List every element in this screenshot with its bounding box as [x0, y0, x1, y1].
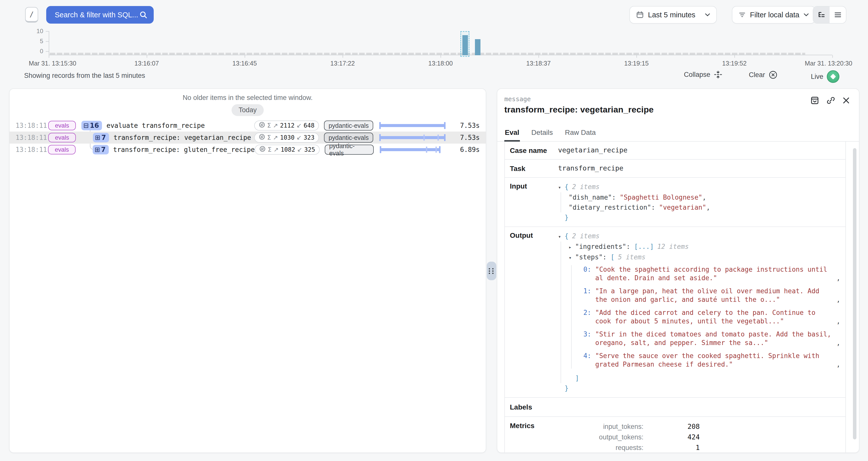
span-name: transform_recipe: gluten_free_recipe [113, 146, 255, 153]
x-tick-label: Mar 31. 13:20:30 [805, 60, 852, 67]
collapse-toggle-icon[interactable]: ▾ [558, 232, 565, 242]
json-token: [ [611, 253, 615, 261]
project-tag[interactable]: pydantic-evals [324, 121, 373, 130]
list-view-button[interactable] [830, 6, 846, 23]
showing-records-text: Showing records from the last 5 minutes [24, 72, 145, 80]
input-tokens-arrow-icon: ↗ [273, 122, 278, 129]
x-tick-label: 13:18:00 [428, 60, 453, 67]
metric-value: 424 [644, 432, 700, 442]
duration-bar-cap [379, 134, 381, 141]
trace-row[interactable]: 13:18:11evals⊞7transform_recipe: gluten_… [9, 144, 486, 156]
y-tick-mark [46, 41, 49, 42]
live-toggle[interactable]: Live [811, 70, 839, 83]
step-string: "Serve the sauce over the cooked spaghet… [595, 351, 832, 369]
metric-value: 1 [644, 442, 700, 453]
token-coin-icon [259, 122, 265, 129]
span-count-pill[interactable]: ⊞7 [93, 145, 109, 154]
x-tick-label: 13:17:22 [330, 60, 354, 67]
time-range-button[interactable]: Last 5 minutes [629, 6, 717, 24]
x-tick-label: Mar 31. 13:15:30 [29, 60, 76, 67]
filter-local-data-button[interactable]: Filter local data [732, 6, 815, 24]
output-tokens-arrow-icon: ↙ [297, 134, 302, 141]
json-line: ] [569, 373, 840, 383]
tab-details[interactable]: Details [531, 126, 554, 141]
project-tag[interactable]: pydantic-evals [325, 145, 374, 155]
x-tick-mark [637, 55, 637, 58]
today-chip[interactable]: Today [231, 104, 264, 116]
clear-circle-x-icon [769, 70, 778, 79]
detail-title: transform_recipe: vegetarian_recipe [504, 105, 850, 115]
timeline-histogram: 1050 Mar 31. 13:15:3013:16:0713:16:4513:… [0, 29, 868, 68]
evals-badge[interactable]: evals [48, 121, 76, 130]
task-label: Task [510, 164, 558, 173]
array-index: 0: [579, 265, 591, 282]
duration-bar [380, 146, 446, 154]
json-steps: 0:"Cook the spaghetti according to packa… [571, 265, 840, 369]
tab-eval[interactable]: Eval [504, 126, 520, 141]
chevron-down-icon [705, 13, 710, 17]
output-tokens-count: 648 [304, 122, 314, 129]
tree-view-button[interactable] [813, 6, 830, 23]
step-string: "Stir in the diced tomatoes and tomato p… [595, 330, 832, 347]
input-tokens-arrow-icon: ↗ [273, 134, 278, 141]
json-token: 2 items [572, 232, 600, 240]
tab-raw-data[interactable]: Raw Data [564, 126, 596, 141]
evals-badge[interactable]: evals [48, 145, 75, 154]
duration-bar-cap [379, 122, 381, 129]
json-token: , [706, 204, 710, 211]
duration-text: 7.53s [448, 134, 480, 141]
json-array-item: 4:"Serve the sauce over the cooked spagh… [579, 351, 840, 369]
project-tag[interactable]: pydantic-evals [324, 132, 373, 143]
duration-text: 6.89s [449, 146, 480, 153]
expand-toggle-icon[interactable]: ▸ [569, 242, 575, 252]
record-timestamp: 13:18:11 [16, 146, 48, 153]
collapsed-array[interactable]: [...] [634, 243, 654, 250]
duration-bar-cap [444, 122, 445, 129]
trace-row[interactable]: 13:18:11evals⊞7transform_recipe: vegetar… [9, 131, 486, 144]
collapse-toggle-icon[interactable]: ▾ [558, 182, 565, 192]
json-token: { [565, 183, 569, 191]
json-token: "steps" [575, 253, 603, 261]
x-tick-mark [832, 55, 833, 58]
close-icon[interactable] [842, 97, 850, 104]
clear-button[interactable]: Clear [749, 70, 778, 79]
span-name: evaluate transform_recipe [106, 122, 205, 129]
json-token: 5 items [618, 253, 646, 261]
empty-bins-dashes [50, 53, 805, 55]
search-label: Search & filter with SQL... [55, 11, 139, 19]
x-tick-mark [440, 55, 441, 58]
search-button[interactable]: Search & filter with SQL... [46, 6, 154, 24]
y-axis-line [49, 31, 49, 58]
json-token: } [565, 385, 569, 392]
scrollbar-thumb[interactable] [853, 148, 857, 439]
x-tick-mark [538, 55, 539, 58]
x-tick-label: 13:19:52 [722, 60, 746, 67]
input-tokens-count: 1030 [280, 134, 294, 141]
span-count-pill[interactable]: ⊟16 [82, 121, 102, 130]
duration-bar-tick [424, 134, 425, 141]
expand-node-icon: ⊞ [95, 134, 100, 141]
record-kind-label: message [504, 95, 850, 103]
collapse-toggle-icon[interactable]: ▾ [569, 253, 575, 263]
case-name-label: Case name [510, 146, 558, 155]
json-token: 2 items [572, 183, 600, 191]
duration-bar-line [379, 136, 445, 139]
span-count-pill[interactable]: ⊞7 [93, 133, 109, 142]
panel-resize-handle[interactable] [487, 262, 496, 280]
collapse-button[interactable]: Collapse [684, 70, 722, 79]
step-string: "In a large pan, heat the olive oil over… [595, 287, 832, 304]
duration-bar-tick [437, 134, 439, 141]
json-line: ▾{2 items [558, 182, 840, 192]
histogram-bar[interactable] [475, 39, 480, 55]
evals-badge[interactable]: evals [48, 133, 76, 142]
output-label: Output [510, 231, 558, 393]
filter-icon [738, 11, 746, 18]
x-tick-label: 13:19:15 [624, 60, 649, 67]
archive-box-icon[interactable] [810, 96, 819, 105]
trace-row[interactable]: 13:18:11evals⊟16evaluate transform_recip… [9, 120, 486, 131]
live-indicator-icon [827, 70, 839, 83]
output-tokens-arrow-icon: ↙ [297, 146, 302, 153]
sigma-icon: Σ [267, 122, 271, 129]
output-tokens-count: 325 [304, 146, 315, 153]
copy-link-icon[interactable] [826, 96, 835, 105]
